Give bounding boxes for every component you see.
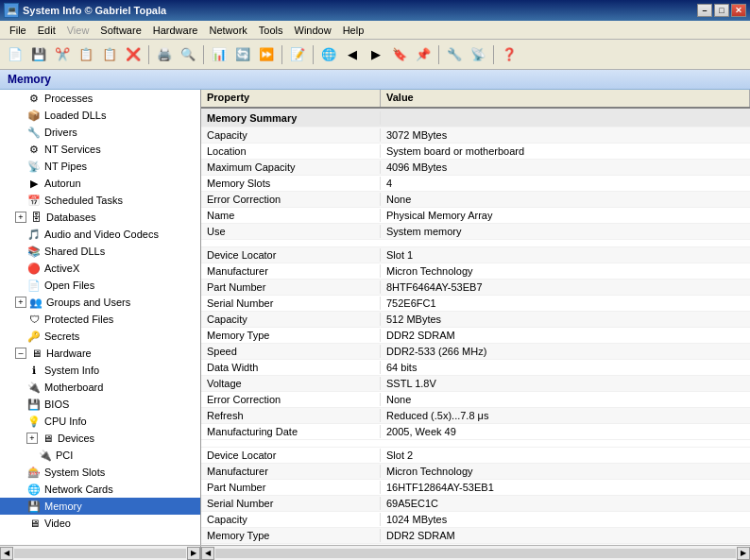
menu-hardware[interactable]: Hardware: [147, 23, 204, 38]
toolbar-delete[interactable]: ❌: [122, 43, 145, 66]
menu-network[interactable]: Network: [203, 23, 252, 38]
tree-item-autorun[interactable]: ▶ Autorun: [0, 175, 200, 192]
scheduled-tasks-icon: 📅: [26, 193, 42, 208]
tree-item-motherboard[interactable]: 🔌 Motherboard: [0, 379, 200, 396]
tree-hscroll-left[interactable]: ◀: [0, 547, 13, 560]
groups-users-expand[interactable]: +: [15, 297, 26, 308]
row-use: Use System memory: [201, 224, 750, 240]
tree-label-pci: PCI: [56, 450, 73, 461]
cell-memory-type-1-val: DDR2 SDRAM: [381, 329, 750, 342]
tree-item-network-cards[interactable]: 🌐 Network Cards: [0, 481, 200, 498]
toolbar-chart[interactable]: 📊: [208, 43, 230, 66]
tree-item-loaded-dlls[interactable]: 📦 Loaded DLLs: [0, 107, 200, 124]
detail-hscroll-track[interactable]: [215, 549, 736, 558]
menu-file[interactable]: File: [4, 23, 32, 38]
tree-item-scheduled-tasks[interactable]: 📅 Scheduled Tasks: [0, 192, 200, 209]
toolbar-settings[interactable]: 🔧: [443, 43, 466, 66]
toolbar-pin[interactable]: 📌: [412, 43, 435, 66]
menu-window[interactable]: Window: [289, 23, 337, 38]
toolbar-globe[interactable]: 🌐: [317, 43, 340, 66]
tree-item-system-info[interactable]: ℹ System Info: [0, 362, 200, 379]
col-header-value: Value: [381, 90, 750, 107]
tree-item-drivers[interactable]: 🔧 Drivers: [0, 124, 200, 141]
detail-hscroll-right[interactable]: ▶: [737, 547, 750, 560]
detail-hscroll-left[interactable]: ◀: [201, 547, 214, 560]
toolbar-new[interactable]: 📄: [4, 43, 26, 66]
tree-item-nt-pipes[interactable]: 📡 NT Pipes: [0, 158, 200, 175]
tree-label-groups-users: Groups and Users: [46, 297, 130, 308]
toolbar-search[interactable]: 🔍: [177, 43, 199, 66]
toolbar-note[interactable]: 📝: [286, 43, 309, 66]
tree-hscroll-right[interactable]: ▶: [187, 547, 200, 560]
tree-item-bios[interactable]: 💾 BIOS: [0, 396, 200, 413]
pci-icon: 🔌: [38, 448, 53, 463]
cell-speed-1-prop: Speed: [201, 345, 381, 358]
databases-expand[interactable]: +: [15, 212, 26, 223]
toolbar-save[interactable]: 💾: [27, 43, 50, 66]
tree-label-audio-video: Audio and Video Codecs: [44, 229, 159, 240]
toolbar-sep-1: [148, 45, 149, 64]
cell-max-capacity-prop: Maximum Capacity: [201, 161, 381, 174]
tree-item-secrets[interactable]: 🔑 Secrets: [0, 328, 200, 345]
menu-help[interactable]: Help: [337, 23, 370, 38]
tree-item-protected-files[interactable]: 🛡 Protected Files: [0, 311, 200, 328]
maximize-button[interactable]: □: [714, 4, 729, 17]
tree-label-loaded-dlls: Loaded DLLs: [44, 110, 106, 121]
cell-memory-summary-prop: Memory Summary: [201, 111, 381, 125]
row-memory-type-1: Memory Type DDR2 SDRAM: [201, 328, 750, 344]
tree-item-shared-dlls[interactable]: 📚 Shared DLLs: [0, 243, 200, 260]
tree-item-devices[interactable]: + 🖥 Devices: [0, 430, 200, 447]
tree-hscroll-track[interactable]: [14, 549, 186, 558]
cell-voltage-1-prop: Voltage: [201, 377, 381, 390]
tree-item-audio-video[interactable]: 🎵 Audio and Video Codecs: [0, 226, 200, 243]
cell-refresh-1-val: Reduced (.5x)...7.8 μs: [381, 409, 750, 422]
tree-label-processes: Processes: [44, 93, 93, 104]
toolbar-print[interactable]: 🖨️: [153, 43, 176, 66]
cell-part-number-2-prop: Part Number: [201, 481, 381, 494]
toolbar-network[interactable]: 📡: [467, 43, 489, 66]
menu-tools[interactable]: Tools: [253, 23, 289, 38]
tree-item-system-slots[interactable]: 🎰 System Slots: [0, 464, 200, 481]
row-max-capacity: Maximum Capacity 4096 MBytes: [201, 160, 750, 176]
tree-item-processes[interactable]: ⚙ Processes: [0, 90, 200, 107]
tree-item-cpu-info[interactable]: 💡 CPU Info: [0, 413, 200, 430]
tree-item-databases[interactable]: + 🗄 Databases: [0, 209, 200, 226]
toolbar-forward[interactable]: ⏩: [255, 43, 278, 66]
close-button[interactable]: ✕: [731, 4, 746, 17]
cell-serial-number-1-val: 752E6FC1: [381, 297, 750, 310]
minimize-button[interactable]: –: [697, 4, 712, 17]
cell-data-width-1-val: 64 bits: [381, 361, 750, 374]
window-controls: – □ ✕: [697, 4, 746, 17]
devices-expand[interactable]: +: [26, 433, 38, 444]
tree-pane-inner[interactable]: ⚙ Processes 📦 Loaded DLLs 🔧 Drivers ⚙ NT…: [0, 90, 200, 545]
tree-hscroll[interactable]: ◀ ▶: [0, 546, 201, 560]
toolbar-paste[interactable]: 📋: [98, 43, 121, 66]
tree-item-pci[interactable]: 🔌 PCI: [0, 447, 200, 464]
menu-software[interactable]: Software: [94, 23, 146, 38]
groups-users-icon: 👥: [28, 295, 43, 310]
toolbar-cut[interactable]: ✂️: [51, 43, 74, 66]
tree-item-activex[interactable]: 🔴 ActiveX: [0, 260, 200, 277]
menu-edit[interactable]: Edit: [32, 23, 61, 38]
tree-item-memory[interactable]: 💾 Memory: [0, 498, 200, 515]
col-header-property: Property: [201, 90, 381, 107]
toolbar-next[interactable]: ▶: [365, 43, 387, 66]
network-cards-icon: 🌐: [26, 482, 42, 497]
tree-item-open-files[interactable]: 📄 Open Files: [0, 277, 200, 294]
tree-item-video[interactable]: 🖥 Video: [0, 515, 200, 532]
tree-item-hardware[interactable]: – 🖥 Hardware: [0, 345, 200, 362]
cell-refresh-1-prop: Refresh: [201, 409, 381, 422]
tree-item-groups-users[interactable]: + 👥 Groups and Users: [0, 294, 200, 311]
toolbar-bookmark[interactable]: 🔖: [388, 43, 411, 66]
tree-item-nt-services[interactable]: ⚙ NT Services: [0, 141, 200, 158]
toolbar-refresh[interactable]: 🔄: [231, 43, 254, 66]
hardware-expand[interactable]: –: [15, 348, 26, 359]
row-part-number-2: Part Number 16HTF12864AY-53EB1: [201, 480, 750, 496]
detail-content[interactable]: Memory Summary Capacity 3072 MBytes Loca…: [201, 109, 750, 545]
toolbar-back[interactable]: ◀: [341, 43, 364, 66]
activex-icon: 🔴: [26, 261, 42, 276]
detail-hscroll[interactable]: ◀ ▶: [201, 546, 750, 560]
toolbar-help[interactable]: ❓: [498, 43, 520, 66]
menu-view[interactable]: View: [61, 23, 95, 38]
toolbar-copy[interactable]: 📋: [75, 43, 97, 66]
